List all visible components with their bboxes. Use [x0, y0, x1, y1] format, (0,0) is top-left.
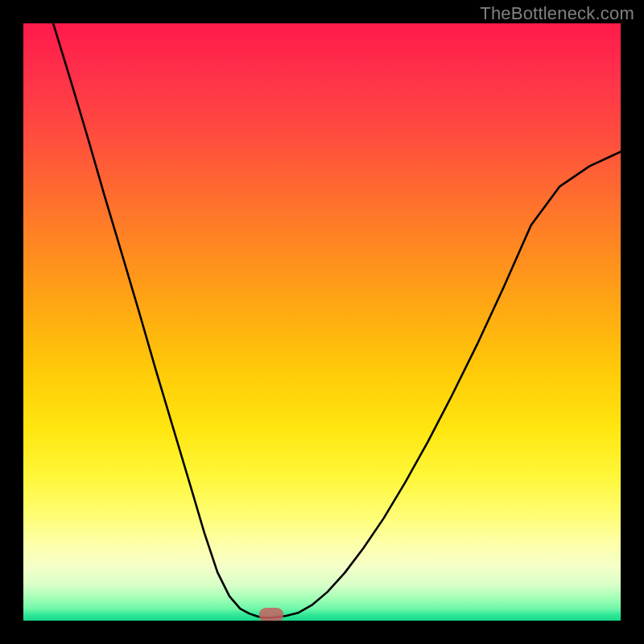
bottleneck-curve — [23, 23, 621, 621]
bottleneck-marker — [259, 608, 283, 621]
watermark-text: TheBottleneck.com — [480, 3, 634, 24]
plot-area — [23, 23, 621, 621]
chart-frame: TheBottleneck.com — [0, 0, 644, 644]
